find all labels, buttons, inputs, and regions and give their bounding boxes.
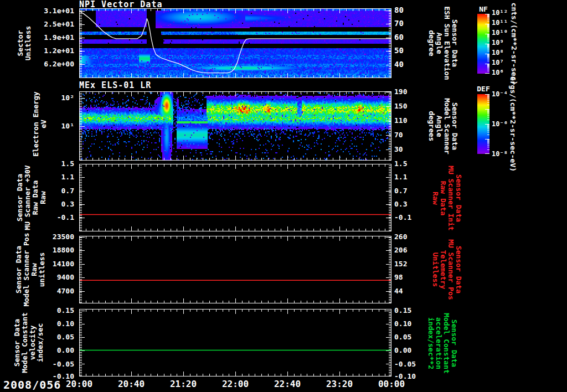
p3-right-tick-1: 1.1 xyxy=(394,173,433,181)
p4-right-tick-2: 152 xyxy=(394,260,433,268)
p1-left-tick-3: 1.2e+01 xyxy=(0,47,74,55)
p2-left-axis-title: Electron Energy eV xyxy=(32,91,48,156)
p1-right-axis-title: Sensor Data ESH Sun Elevation Angle degr… xyxy=(427,6,458,80)
p3-right-tick-3: 0.3 xyxy=(394,200,433,208)
colorbar-def-tick-1: 10⁻⁶ xyxy=(492,120,508,128)
p4-left-axis-title: Sensor Data Model Scanner Pos Raw unitle… xyxy=(15,233,46,306)
colorbar-nf-label: NF xyxy=(475,5,492,13)
panel3-line-canvas xyxy=(79,164,391,231)
time-tick-5: 23:20 xyxy=(320,379,359,389)
p3-right-axis-title: Sensor Data MU Scanner Init Raw Data Raw xyxy=(431,166,462,230)
p3-right-tick-0: 1.5 xyxy=(394,159,433,168)
time-tick-2: 21:20 xyxy=(164,379,203,389)
p3-right-tick-2: 0.7 xyxy=(394,187,433,195)
p2-right-tick-0: 190 xyxy=(394,87,433,96)
colorbar-nf-tick-0: 10¹² xyxy=(492,9,508,17)
time-tick-0: 20:00 xyxy=(60,379,99,389)
p1-left-tick-2: 1.9e+01 xyxy=(0,33,74,42)
p1-left-tick-0: 3.1e+01 xyxy=(0,7,74,15)
p4-right-tick-0: 260 xyxy=(394,233,433,241)
p4-right-tick-3: 98 xyxy=(394,273,433,281)
panel1-title: NPI Vector Data xyxy=(79,1,162,8)
time-tick-3: 22:00 xyxy=(216,379,255,389)
p3-left-axis-title: Sensor Data MU Scanner +30V Raw Data Raw xyxy=(16,165,47,230)
p1-left-tick-1: 2.5e+01 xyxy=(0,20,74,28)
panel2-title: MEx ELS-01 LR xyxy=(79,81,151,89)
time-tick-4: 22:40 xyxy=(268,379,307,389)
colorbar-def-tick-0: 10⁻⁴ xyxy=(492,90,508,98)
panel1-spectrogram-canvas xyxy=(79,8,391,78)
time-tick-6: 00:00 xyxy=(372,379,411,389)
colorbar-nf xyxy=(477,14,489,74)
p3-right-tick-4: -0.1 xyxy=(394,213,433,221)
p1-left-axis-title: Sector Unitless xyxy=(17,26,32,61)
p4-right-tick-1: 206 xyxy=(394,246,433,254)
colorbar-nf-tick-4: 10⁸ xyxy=(492,49,504,56)
p4-right-axis-title: Sensor Data MU Scanner Pos Telemetry Uni… xyxy=(431,239,462,300)
colorbar-def-label: DEF xyxy=(473,85,494,93)
panel4-line-canvas xyxy=(79,236,391,303)
plot-page: NPI Vector Data MEx ELS-01 LR NF DEF 200… xyxy=(0,0,567,392)
colorbar-nf-tick-2: 10¹⁰ xyxy=(492,29,508,37)
panel2-spectrogram-canvas xyxy=(79,91,391,161)
p5-left-axis-title: Sensor Data Model Constant velocity inde… xyxy=(13,312,44,373)
colorbar-def-units: ergs/(cm**2-sr-sec-eV) xyxy=(509,76,517,172)
time-tick-1: 20:40 xyxy=(112,379,151,389)
colorbar-def xyxy=(477,94,489,154)
p5-right-axis-title: Sensor Data Model Constant acceleration … xyxy=(427,313,458,374)
p2-right-axis-title: Sensor Data Model Scanner Angle degrees xyxy=(427,98,458,154)
p4-right-tick-4: 44 xyxy=(394,287,433,295)
colorbar-nf-tick-5: 10⁷ xyxy=(492,59,504,66)
colorbar-nf-tick-3: 10⁹ xyxy=(492,39,504,47)
p1-left-tick-4: 6.2e+00 xyxy=(0,60,74,68)
colorbar-def-tick-2: 10⁻⁸ xyxy=(492,150,508,158)
colorbar-nf-tick-6: 10⁶ xyxy=(492,69,504,76)
colorbar-nf-tick-1: 10¹¹ xyxy=(492,19,508,27)
panel5-line-canvas xyxy=(79,309,391,376)
colorbar-nf-units: cnts/(cm**2-sr-sec) xyxy=(510,3,518,85)
